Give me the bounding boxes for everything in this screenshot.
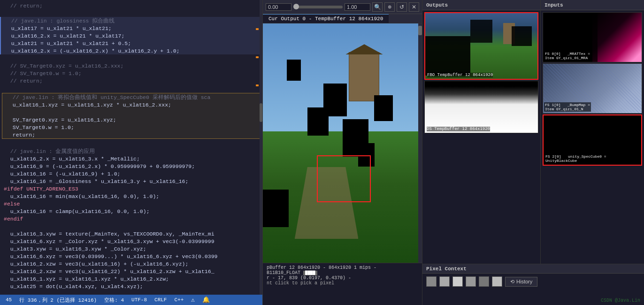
slider-max-input[interactable] xyxy=(345,3,370,11)
search-button[interactable]: 🔍 xyxy=(372,2,383,12)
minimap-marker xyxy=(256,28,259,30)
output-item-ds[interactable]: DS TempBuffer 12 864x1920 xyxy=(424,81,538,133)
viewport-scrollbar-thumb[interactable] xyxy=(418,26,422,35)
spaces: 空格: 4 xyxy=(104,297,124,304)
code-line: SV_Target0.w = 1.0; xyxy=(2,123,260,131)
code-line xyxy=(0,54,262,62)
line-ending: CRLF xyxy=(154,297,167,303)
input-label-mra: FS 0[0] _MRATTex =Item GY_qizi_01_MRA xyxy=(544,51,591,61)
pixel-swatch-3 xyxy=(452,276,463,287)
history-label: History xyxy=(516,279,532,284)
code-line: u_xlat16_9 = (-u_xlat16_2.x) * 0.9599999… xyxy=(0,162,262,170)
outputs-header: Outputs xyxy=(422,0,540,10)
input-mra-color xyxy=(592,13,642,62)
input-item-cube[interactable]: FS 2[0] unity_SpecCube0 =UnityBlackCube xyxy=(543,114,642,166)
input-item-mra[interactable]: FS 0[0] _MRATTex =Item GY_qizi_01_MRA xyxy=(543,12,642,62)
black-rect-4 xyxy=(374,95,393,121)
code-text: u_xlat16_2.x = (-u_xlat16_2.x) * u_xlat1… xyxy=(5,48,180,54)
viewport-scrollbar[interactable] xyxy=(418,23,422,263)
code-line: // return; xyxy=(0,2,262,9)
code-text: // return; xyxy=(4,3,43,9)
close-button[interactable]: ✕ xyxy=(409,2,419,12)
reset-button[interactable]: ↺ xyxy=(397,2,407,12)
code-lines: // return; // jave.lin : glossiness 拟合曲线… xyxy=(0,0,262,292)
slider-handle[interactable] xyxy=(293,4,299,9)
slider-min-input[interactable] xyxy=(266,3,291,11)
scrollbar-thumb[interactable] xyxy=(260,103,262,122)
black-rect-7 xyxy=(263,190,289,227)
code-text: #endif xyxy=(4,216,23,222)
pixel-swatch-1 xyxy=(426,276,437,287)
code-line xyxy=(2,108,260,116)
code-line: u_xlat16_2.xzw = vec3(u_xlat16_16) + (-u… xyxy=(0,260,262,267)
input-thumbnail-mra: FS 0[0] _MRATTex =Item GY_qizi_01_MRA xyxy=(543,13,642,62)
input-label-bump: FS 1[0] _BumpMap =Item GY_qizi_01_N xyxy=(544,102,591,112)
viewport-slider-toolbar: 🔍 ⊕ ↺ ✕ xyxy=(263,0,422,14)
code-line: #ifdef UNITY_ADRENO_ES3 xyxy=(0,185,262,192)
code-line: u_xlat16_6.xyz = _Color.xyz * u_xlat16_3… xyxy=(0,237,262,245)
code-text: u_xlat16_16 = clamp(u_xlat16_16, 0.0, 1.… xyxy=(4,208,150,214)
inputs-list: FS 0[0] _MRATTex =Item GY_qizi_01_MRA FS… xyxy=(541,10,644,264)
code-text: u_xlat17 = u_xlat21 * u_xlat21; xyxy=(5,25,112,31)
output-ds-bg xyxy=(425,81,538,133)
input-thumbnail-bump: FS 1[0] _BumpMap =Item GY_qizi_01_N xyxy=(543,64,642,113)
code-line: u_xlat16_16 = min(max(u_xlat16_16, 0.0),… xyxy=(0,192,262,200)
pixel-swatch-6 xyxy=(492,276,502,287)
info-line-1: pBuffer 12 864x1920 - 864x1920 1 mips - xyxy=(267,265,418,270)
code-line: u_xlat16_2.xzw = vec3(u_xlat16_22) * u_x… xyxy=(0,267,262,275)
code-text: u_xlat25 = dot(u_xlat4.xyz, u_xlat4.xyz)… xyxy=(4,283,143,290)
viewport-canvas xyxy=(263,23,422,263)
minimap-marker xyxy=(256,84,259,86)
output-label-ds: DS TempBuffer 12 864x1920 xyxy=(427,127,490,131)
encoding: UTF-8 xyxy=(131,297,147,303)
slider-track[interactable] xyxy=(293,6,343,8)
right-split: Outputs FBO TempBuffer 12 864x192 xyxy=(422,0,644,264)
code-text: return; xyxy=(6,132,35,138)
inputs-panel: Inputs FS 0[0] _MRATTex =Item GY_qizi_01… xyxy=(541,0,644,264)
code-text: u_xlat3.xyw = u_xlat16_3.xyw * _Color.xy… xyxy=(4,246,146,252)
code-line: // SV_Target0.w = 1.0; xyxy=(0,69,262,77)
code-line: u_xlat16_16 = clamp(u_xlat16_16, 0.0, 1.… xyxy=(0,207,262,215)
input-item-bump[interactable]: FS 1[0] _BumpMap =Item GY_qizi_01_N xyxy=(543,63,642,114)
format-badge: ████ xyxy=(303,271,317,275)
viewport-panel: 🔍 ⊕ ↺ ✕ Cur Output 0 - TempBuffer 12 864… xyxy=(263,0,422,305)
line-col: 行 336，列 2 (已选择 12416) xyxy=(19,297,97,304)
scrollbar[interactable] xyxy=(260,0,262,295)
output-dark-2 xyxy=(470,20,493,43)
info-line-4: nt click to pick a pixel xyxy=(267,281,418,286)
pixel-swatch-5 xyxy=(479,276,489,287)
code-text: u_xlat16_16 = min(max(u_xlat16_16, 0.0),… xyxy=(4,193,159,199)
code-text: #ifdef UNITY_ADRENO_ES3 xyxy=(4,186,78,192)
code-text: u_xlat16_1.xyz = u_xlat16_1.xyz * u_xlat… xyxy=(6,102,171,108)
minimap-right xyxy=(255,0,259,295)
code-line: u_xlat16_2.x = u_xlat21 * u_xlat17; xyxy=(0,32,262,39)
pixel-context-content: ⟲ History xyxy=(422,274,644,290)
code-line: // jave.lin : 金属度值的应用 xyxy=(0,147,262,155)
code-text: u_xlat16_2.x = u_xlat16_3.x * _Metallic; xyxy=(4,156,140,162)
bell-icon: 🔔 xyxy=(202,296,210,304)
code-text: // jave.lin : 金属度值的应用 xyxy=(4,148,95,155)
code-line: u_xlat3.xyw = u_xlat16_3.xyw * _Color.xy… xyxy=(0,245,262,252)
pixel-context-header: Pixel Context xyxy=(422,264,644,274)
code-text: // SV_Target0.w = 1.0; xyxy=(4,70,82,76)
output-item-fbo[interactable]: FBO TempBuffer 12 864x1920 xyxy=(424,12,538,80)
input-label-cube: FS 2[0] unity_SpecCube0 =UnityBlackCube xyxy=(544,154,607,163)
viewport-info: pBuffer 12 864x1920 - 864x1920 1 mips - … xyxy=(263,263,422,305)
history-button[interactable]: ⟲ History xyxy=(505,277,537,287)
code-line: u_xlat25 = dot(u_xlat4.xyz, u_xlat4.xyz)… xyxy=(0,282,262,290)
scene-tower-body xyxy=(349,52,379,101)
code-line: // SV_Target0.xyz = u_xlat16_2.xxx; xyxy=(0,62,262,69)
code-line: u_xlat16_16 = (-u_xlat16_9) + 1.0; xyxy=(0,170,262,177)
code-line: u_xlat16_2.x = u_xlat16_3.x * _Metallic; xyxy=(0,155,262,162)
code-text: // jave.lin : 将拟合曲线值和 unity_SpecCube0 采样… xyxy=(6,94,210,101)
output-dark-3 xyxy=(512,26,532,46)
code-line xyxy=(0,140,262,147)
code-text: u_xlat16_6.xyz = _Color.xyz * u_xlat16_3… xyxy=(4,238,215,244)
black-rect-2 xyxy=(307,107,329,136)
viewport-tab-active[interactable]: Cur Output 0 - TempBuffer 12 864x1920 xyxy=(263,14,389,23)
pick-button[interactable]: ⊕ xyxy=(384,2,395,12)
right-panel: Outputs FBO TempBuffer 12 864x192 xyxy=(422,0,644,305)
language: C++ xyxy=(174,297,184,303)
outputs-list: FBO TempBuffer 12 864x1920 DS TempBuffer… xyxy=(422,10,540,264)
pixel-swatch-2 xyxy=(439,276,450,287)
